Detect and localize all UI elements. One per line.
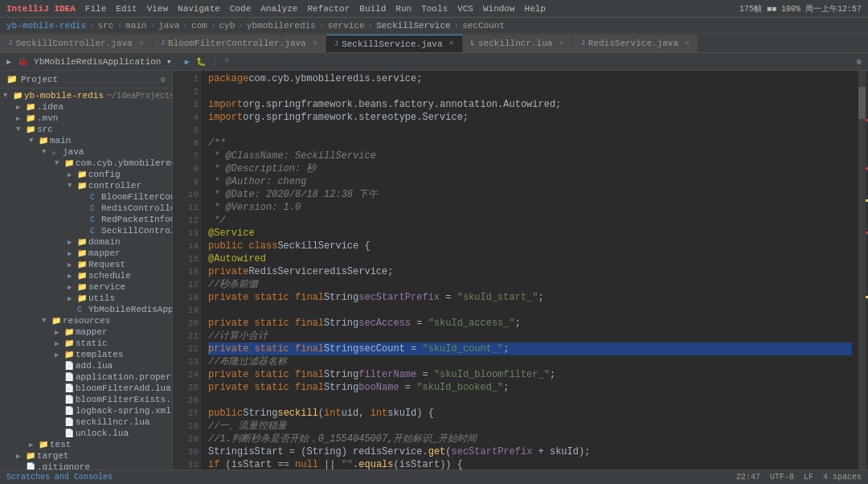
tree-resources[interactable]: ▼ 📁 resources — [0, 315, 172, 326]
folder-icon: 📁 — [39, 440, 50, 449]
line-number: 22 — [173, 342, 199, 355]
tree-request[interactable]: ▶ 📁 Request — [0, 259, 172, 270]
line-number: 20 — [173, 317, 199, 330]
tree-schedule[interactable]: ▶ 📁 schedule — [0, 270, 172, 281]
path-segment[interactable]: yb-mobile-redis — [6, 21, 86, 31]
tree-src[interactable]: ▼ 📁 src — [0, 124, 172, 135]
path-segment[interactable]: ybmobileredis — [247, 21, 316, 31]
menu-file[interactable]: File — [85, 4, 106, 14]
scratches-consoles[interactable]: Scratches and Consoles — [6, 473, 113, 482]
tree-expand-icon: ▶ — [68, 238, 77, 247]
tree-controller[interactable]: ▼ 📁 controller — [0, 180, 172, 191]
tree-redisctrl[interactable]: C RedisController — [0, 203, 172, 214]
git-icon[interactable]: ⑂ — [224, 57, 229, 66]
path-segment[interactable]: src — [98, 21, 114, 31]
tab-redisservice[interactable]: J RedisService.java × — [572, 35, 698, 52]
tab-label: SeckillService.java — [342, 39, 442, 49]
run-config[interactable]: YbMobileRedisApplication ▾ — [34, 56, 172, 67]
menu-code[interactable]: Code — [230, 4, 251, 14]
path-sep: › — [454, 21, 460, 31]
menu-analyze[interactable]: Analyze — [260, 4, 297, 14]
tree-seckillctrl[interactable]: C SeckillController — [0, 225, 172, 236]
tree-static[interactable]: ▶ 📁 static — [0, 338, 172, 349]
java-icon: C — [90, 215, 101, 224]
path-segment[interactable]: com — [191, 21, 207, 31]
tree-label: unlock.lua — [76, 429, 129, 438]
tree-utils[interactable]: ▶ 📁 utils — [0, 293, 172, 304]
code-editor[interactable]: package com.cyb.ybmobileredis.service; i… — [202, 71, 858, 470]
debug-button[interactable]: 🐛 — [196, 57, 206, 67]
tree-unlock[interactable]: 📄 unlock.lua — [0, 428, 172, 439]
menu-edit[interactable]: Edit — [116, 4, 137, 14]
minimap[interactable] — [858, 71, 868, 470]
menu-window[interactable]: Window — [483, 4, 515, 14]
tree-domain[interactable]: ▶ 📁 domain — [0, 236, 172, 248]
encoding-status[interactable]: UTF-8 — [770, 473, 794, 482]
indent-status[interactable]: 4 spaces — [823, 473, 862, 482]
tree-bloom-add[interactable]: 📄 bloomFilterAdd.lua — [0, 383, 172, 394]
tree-idea[interactable]: ▶ 📁 .idea — [0, 101, 172, 113]
tab-close-icon[interactable]: × — [313, 39, 317, 48]
run-button[interactable]: ▶ — [185, 57, 190, 67]
tree-config[interactable]: ▶ 📁 config — [0, 169, 172, 180]
tree-res-mapper[interactable]: ▶ 📁 mapper — [0, 326, 172, 338]
path-segment[interactable]: java — [158, 21, 179, 31]
tree-expand-icon: ▶ — [55, 339, 64, 348]
path-segment[interactable]: SeckillService — [376, 21, 450, 31]
tree-seckillncr[interactable]: 📄 seckillncr.lua — [0, 416, 172, 428]
tree-main[interactable]: ▼ 📁 main — [0, 135, 172, 146]
folder-icon: 📁 — [26, 451, 37, 461]
path-segment[interactable]: secCount — [462, 21, 505, 31]
tree-app-props[interactable]: 📄 application.properties — [0, 371, 172, 383]
tree-root[interactable]: ▼ 📁 yb-mobile-redis ~/IdeaProjects/yb-mo… — [0, 90, 172, 101]
tree-test[interactable]: ▶ 📁 test — [0, 439, 172, 450]
path-segment[interactable]: cyb — [219, 21, 235, 31]
tree-java[interactable]: ▼ ☕ java — [0, 146, 172, 158]
tree-mvn[interactable]: ▶ 📁 .mvn — [0, 113, 172, 124]
java-file-icon: J — [580, 39, 584, 47]
run-icon[interactable]: ▶ — [6, 57, 11, 67]
line-sep-status[interactable]: LF — [804, 473, 813, 482]
tree-mapper[interactable]: ▶ 📁 mapper — [0, 248, 172, 259]
debug-icon[interactable]: 🐞 — [18, 57, 27, 67]
tree-path: ~/IdeaProjects/yb-mobile-redis — [107, 92, 173, 100]
tree-logback[interactable]: 📄 logback-spring.xml — [0, 405, 172, 416]
tree-ybapp[interactable]: C YbMobileRedisApplication — [0, 304, 172, 315]
tab-close-icon[interactable]: × — [139, 39, 144, 48]
tab-close-icon[interactable]: × — [449, 39, 454, 48]
tab-seckillncr[interactable]: L seckillncr.lua × — [463, 35, 573, 52]
tree-templates[interactable]: ▶ 📁 templates — [0, 349, 172, 360]
menu-refactor[interactable]: Refactor — [307, 4, 350, 14]
line-number: 25 — [173, 381, 199, 394]
tree-bloom-exists[interactable]: 📄 bloomFilterExists.lua — [0, 394, 172, 405]
code-line: String isStart = (String) redisService.g… — [208, 445, 852, 458]
code-line: private static final String filterName =… — [208, 368, 852, 381]
line-number: 24 — [173, 368, 199, 381]
tab-close-icon[interactable]: × — [685, 39, 690, 48]
menu-build[interactable]: Build — [359, 4, 386, 14]
tree-label: com.cyb.ybmobileredis — [76, 158, 173, 168]
menu-run[interactable]: Run — [395, 4, 411, 14]
tab-seckillservice[interactable]: J SeckillService.java × — [326, 35, 463, 52]
tab-label: SeckillController.java — [15, 39, 132, 48]
tree-bloomfilterctrl[interactable]: C BloomFilterController — [0, 191, 172, 203]
path-segment[interactable]: service — [327, 21, 364, 31]
menu-navigate[interactable]: Navigate — [178, 4, 220, 14]
tab-close-icon[interactable]: × — [559, 39, 563, 48]
tree-redpacketctrl[interactable]: C RedPacketInfoController — [0, 214, 172, 225]
tree-target[interactable]: ▶ 📁 target — [0, 450, 172, 461]
tree-add-lua[interactable]: 📄 add.lua — [0, 360, 172, 371]
tab-seckillcontroller[interactable]: J SeckillController.java × — [0, 35, 153, 52]
menu-vcs[interactable]: VCS — [457, 4, 473, 14]
tree-com-cyb[interactable]: ▼ 📁 com.cyb.ybmobileredis — [0, 158, 172, 169]
line-numbers: 1234567891011121314151617181920212223242… — [173, 71, 202, 470]
menu-help[interactable]: Help — [525, 4, 546, 14]
tab-bloomfiltercontroller[interactable]: J BloomFilterController.java × — [153, 35, 326, 52]
menu-bar: IntelliJ IDEA File Edit View Navigate Co… — [0, 0, 868, 18]
tree-gitignore[interactable]: 📄 .gitignore — [0, 461, 172, 470]
menu-tools[interactable]: Tools — [421, 4, 448, 14]
menu-view[interactable]: View — [147, 4, 168, 14]
sidebar-settings-icon[interactable]: ⚙ — [161, 75, 166, 84]
tree-service[interactable]: ▶ 📁 service — [0, 281, 172, 293]
path-segment[interactable]: main — [125, 21, 146, 31]
